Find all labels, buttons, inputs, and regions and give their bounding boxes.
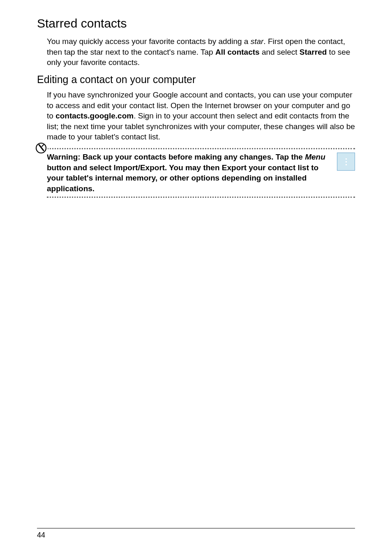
warning-icon — [35, 141, 48, 155]
divider-top — [47, 148, 355, 149]
text: and select — [260, 48, 300, 56]
text-star: star — [251, 37, 264, 46]
text-all-contacts: All contacts — [215, 48, 260, 56]
text-menu: Menu — [305, 153, 325, 161]
warning-text: Warning: Back up your contacts before ma… — [47, 152, 330, 194]
text: button and select Import/Export. You may… — [47, 163, 318, 193]
page: Starred contacts You may quickly access … — [0, 0, 392, 556]
text: Warning: Back up your contacts before ma… — [47, 153, 305, 161]
paragraph-starred: You may quickly access your favorite con… — [47, 36, 355, 68]
divider-bottom — [47, 197, 355, 198]
overflow-menu-icon — [346, 158, 347, 165]
text-url: contacts.google.com — [55, 111, 134, 120]
text-starred-label: Starred — [300, 48, 327, 56]
text: You may quickly access your favorite con… — [47, 37, 251, 46]
heading-editing-contact: Editing a contact on your computer — [37, 74, 355, 86]
page-footer: 44 — [37, 528, 355, 540]
paragraph-editing: If you have synchronized your Google acc… — [47, 90, 355, 142]
menu-button-illustration — [337, 153, 355, 171]
heading-starred-contacts: Starred contacts — [37, 16, 355, 30]
warning-block: Warning: Back up your contacts before ma… — [37, 148, 355, 198]
page-number: 44 — [37, 531, 45, 539]
